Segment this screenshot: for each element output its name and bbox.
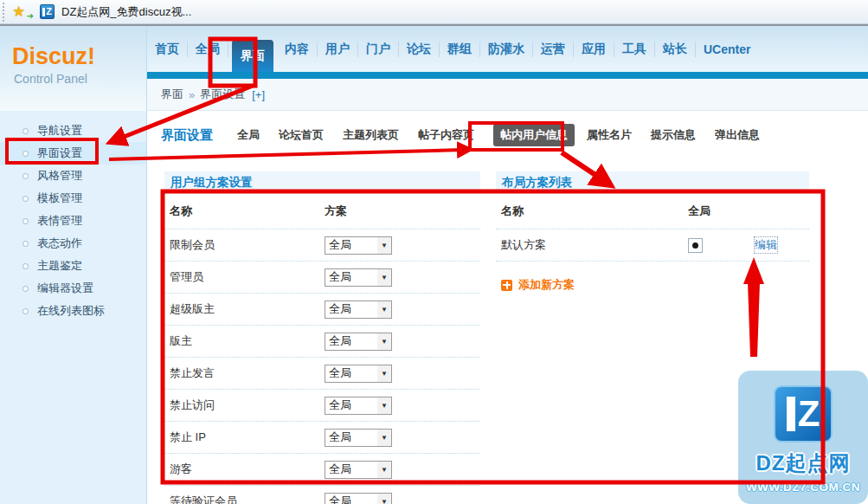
- row-label: 游客: [164, 462, 325, 477]
- nav-item-apps[interactable]: 应用: [574, 42, 614, 57]
- scheme-select-banned-visiting[interactable]: 全局 ▼: [325, 397, 392, 415]
- default-scheme-radio[interactable]: [688, 238, 703, 253]
- nav-item-tools[interactable]: 工具: [614, 42, 655, 57]
- row-label: 禁止访问: [164, 397, 325, 413]
- green-arrow-icon: ➜: [27, 11, 34, 21]
- breadcrumb-separator: »: [189, 88, 195, 101]
- scheme-select-restricted[interactable]: 全局 ▼: [325, 236, 392, 255]
- table-row: 管理员 全局 ▼: [164, 262, 480, 294]
- scheme-select-super-moderator[interactable]: 全局 ▼: [325, 300, 392, 319]
- select-value: 全局: [325, 430, 377, 445]
- sidebar-item-label: 模板管理: [37, 191, 82, 206]
- bullet-icon: [23, 218, 29, 224]
- scheme-select-banned-speaking[interactable]: 全局 ▼: [325, 365, 392, 383]
- nav-item-operation[interactable]: 运营: [533, 42, 574, 57]
- favorites-star-icon[interactable]: ★ ➜: [12, 3, 33, 22]
- breadcrumb: 界面 » 界面设置 [+]: [147, 79, 868, 111]
- browser-tab-title[interactable]: DZ起点网_免费discuz视...: [61, 4, 191, 20]
- chevron-down-icon: ▼: [377, 494, 391, 504]
- watermark-site-name: DZ起点网: [756, 449, 851, 477]
- select-value: 全局: [325, 462, 377, 477]
- sidebar-item-mood-actions[interactable]: 表态动作: [0, 232, 146, 255]
- scheme-select-moderator[interactable]: 全局 ▼: [325, 333, 392, 351]
- page-title: 界面设置: [161, 127, 213, 144]
- scheme-select-pending-validation[interactable]: 全局 ▼: [325, 493, 392, 504]
- sidebar-item-template-management[interactable]: 模板管理: [0, 187, 146, 210]
- site-favicon-icon: Z: [40, 4, 55, 19]
- logo-letter: Z: [798, 396, 820, 432]
- watermark-site-url: WWW.DZ7.COM.CN: [746, 481, 860, 494]
- main-nav: 首页 全局 界面 内容 用户 门户 论坛 群组 防灌水 运营 应用 工具 站长 …: [147, 26, 868, 72]
- layout-panel-title: 布局方案列表: [496, 171, 809, 193]
- table-header-row: 名称 方案: [164, 193, 480, 229]
- breadcrumb-section[interactable]: 界面: [161, 87, 183, 102]
- add-scheme-label: 添加新方案: [518, 277, 575, 293]
- row-label: 禁止发言: [164, 365, 325, 381]
- sidebar-item-interface-settings[interactable]: 界面设置: [0, 142, 146, 165]
- sidebar-item-topic-identification[interactable]: 主题鉴定: [0, 255, 146, 277]
- sidebar-item-label: 风格管理: [37, 168, 82, 184]
- subtab-thread-list[interactable]: 主题列表页: [343, 127, 399, 143]
- nav-item-ucenter[interactable]: UCenter: [696, 42, 758, 56]
- row-label: 超级版主: [164, 301, 325, 317]
- scheme-select-banned-ip[interactable]: 全局 ▼: [325, 429, 392, 447]
- table-row: 禁止 IP 全局 ▼: [164, 422, 480, 454]
- favicon-bar: [42, 8, 45, 16]
- nav-item-forum[interactable]: 论坛: [399, 42, 440, 57]
- sidebar-item-nav-settings[interactable]: 导航设置: [0, 120, 146, 142]
- subtab-global[interactable]: 全局: [237, 127, 260, 143]
- select-value: 全局: [325, 237, 377, 253]
- table-row: 禁止发言 全局 ▼: [164, 358, 480, 390]
- subtab-forum-index[interactable]: 论坛首页: [279, 127, 324, 143]
- chevron-down-icon: ▼: [377, 333, 391, 350]
- sidebar-item-editor-settings[interactable]: 编辑器设置: [0, 277, 146, 300]
- favicon-letter: Z: [46, 7, 52, 16]
- table-row: 禁止访问 全局 ▼: [164, 390, 480, 422]
- sidebar-item-label: 导航设置: [37, 123, 82, 139]
- chevron-down-icon: ▼: [377, 365, 391, 382]
- column-header-name: 名称: [164, 204, 325, 219]
- edit-link[interactable]: 编辑: [755, 237, 777, 253]
- nav-item-webmaster[interactable]: 站长: [655, 42, 696, 57]
- nav-item-portal[interactable]: 门户: [358, 42, 399, 57]
- add-scheme-button[interactable]: 添加新方案: [496, 277, 809, 293]
- sidebar-item-style-management[interactable]: 风格管理: [0, 165, 146, 187]
- nav-accent-bar: [147, 72, 868, 79]
- bullet-icon: [23, 308, 29, 314]
- subtab-popup-message[interactable]: 弹出信息: [715, 127, 760, 143]
- sidebar-item-online-list-icons[interactable]: 在线列表图标: [0, 300, 146, 322]
- nav-item-users[interactable]: 用户: [318, 42, 358, 57]
- bullet-icon: [23, 196, 29, 202]
- nav-item-antispam[interactable]: 防灌水: [480, 42, 533, 57]
- sidebar: 导航设置 界面设置 风格管理 模板管理 表情管理 表态动作 主题鉴定 编辑器设置…: [0, 111, 147, 504]
- radio-dot: [692, 242, 698, 249]
- scheme-select-guest[interactable]: 全局 ▼: [325, 461, 392, 479]
- nav-item-global[interactable]: 全局: [188, 42, 228, 57]
- sidebar-item-label: 编辑器设置: [37, 281, 93, 296]
- nav-item-groups[interactable]: 群组: [440, 42, 480, 57]
- bullet-icon: [23, 173, 29, 179]
- drag-handle: [3, 3, 7, 22]
- nav-item-home[interactable]: 首页: [147, 42, 188, 57]
- subtab-prompt-message[interactable]: 提示信息: [651, 127, 696, 143]
- select-value: 全局: [325, 494, 377, 504]
- subnav: 界面设置 全局 论坛首页 主题列表页 帖子内容页 帖内用户信息 属性名片 提示信…: [161, 124, 779, 146]
- plus-icon: [501, 280, 512, 291]
- chevron-down-icon: ▼: [377, 397, 391, 414]
- logo-block: Discuz! Control Panel: [0, 26, 147, 111]
- subtab-post-user-info[interactable]: 帖内用户信息: [493, 124, 575, 146]
- nav-item-interface[interactable]: 界面: [232, 40, 273, 72]
- subtab-profile-card[interactable]: 属性名片: [587, 127, 632, 143]
- bullet-icon: [23, 151, 29, 157]
- bullet-icon: [23, 241, 29, 247]
- chevron-down-icon: ▼: [377, 462, 391, 478]
- subtab-post-content[interactable]: 帖子内容页: [418, 127, 474, 143]
- logo-bar: [787, 397, 795, 431]
- nav-item-content[interactable]: 内容: [277, 42, 318, 57]
- breadcrumb-expand-button[interactable]: [+]: [252, 88, 265, 101]
- usergroup-panel-title: 用户组方案设置: [164, 171, 480, 193]
- select-value: 全局: [325, 269, 377, 285]
- scheme-select-admin[interactable]: 全局 ▼: [325, 268, 392, 287]
- sidebar-item-smiley-management[interactable]: 表情管理: [0, 210, 146, 232]
- table-row: 超级版主 全局 ▼: [164, 294, 480, 326]
